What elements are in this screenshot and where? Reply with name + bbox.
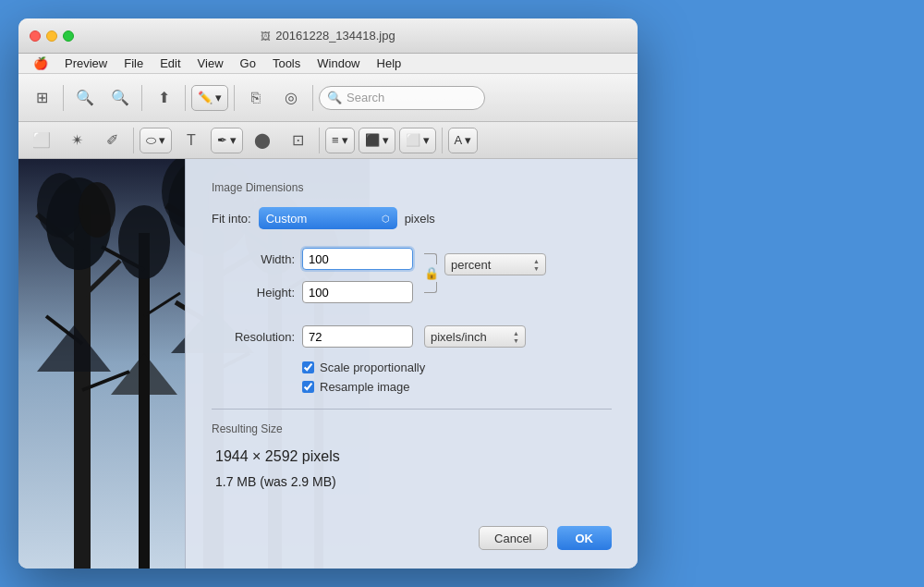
mac-window: 🖼 20161228_134418.jpg 🍎 Preview File Edi…: [18, 18, 638, 569]
zoom-in-button[interactable]: 🔍: [104, 82, 136, 114]
scale-proportionally-row: Scale proportionally: [212, 361, 612, 374]
resolution-unit-value: pixels/inch: [431, 330, 487, 344]
height-input[interactable]: [302, 281, 413, 303]
percent-unit-dropdown[interactable]: percent ▲ ▼: [444, 253, 546, 275]
resample-image-row: Resample image: [212, 380, 612, 394]
menu-go[interactable]: Go: [233, 55, 263, 71]
shapes-icon: ⬭: [146, 133, 156, 148]
maximize-button[interactable]: [63, 31, 74, 42]
resolution-input[interactable]: [302, 325, 413, 348]
svg-point-20: [37, 173, 83, 238]
lock-icon[interactable]: 🔒: [424, 266, 439, 280]
sketch-tool-button[interactable]: ✐: [96, 125, 128, 156]
resolution-arrow-up-icon: ▲: [513, 330, 519, 336]
wand-tool-button[interactable]: ✴: [61, 125, 92, 156]
adjust-button[interactable]: ⬤: [247, 125, 278, 156]
resolution-unit-dropdown[interactable]: pixels/inch ▲ ▼: [424, 325, 526, 348]
align-dropdown[interactable]: ≡ ▾: [325, 128, 355, 153]
title-bar: 🖼 20161228_134418.jpg: [18, 18, 638, 54]
percent-unit-arrow: ▲ ▼: [533, 258, 540, 272]
color-icon: ⬜: [406, 133, 420, 147]
menu-help[interactable]: Help: [370, 55, 409, 71]
resolution-label: Resolution:: [212, 330, 295, 344]
toolbar-primary: ⊞ 🔍 🔍 ⬆ ✏️ ▾ ⎘ ◎ 🔍 Search: [18, 74, 638, 122]
fit-into-value: Custom: [266, 212, 308, 226]
toolbar-divider-4: [234, 85, 235, 111]
width-label: Width:: [212, 252, 295, 266]
resolution-arrow-down-icon: ▼: [513, 337, 519, 344]
menu-bar: 🍎 Preview File Edit View Go Tools Window…: [18, 54, 638, 74]
menu-view[interactable]: View: [190, 55, 231, 71]
font-arrow: ▾: [465, 133, 471, 147]
search-placeholder: Search: [346, 91, 384, 104]
ok-button[interactable]: OK: [557, 526, 613, 550]
signature-icon: ✒: [217, 133, 227, 147]
resample-image-label: Resample image: [320, 380, 410, 394]
dialog-section-title: Image Dimensions: [212, 181, 612, 194]
color-arrow: ▾: [423, 133, 430, 147]
image-dimensions-dialog: Image Dimensions Fit into: Custom ⬡ pixe…: [185, 159, 638, 569]
fit-into-dropdown[interactable]: Custom ⬡: [259, 207, 397, 229]
toolbar-divider-5: [312, 85, 313, 111]
toolbar-divider-6: [133, 128, 134, 153]
toolbar-divider-7: [319, 128, 320, 153]
font-dropdown[interactable]: A ▾: [448, 128, 479, 153]
fit-into-row: Fit into: Custom ⬡ pixels: [212, 207, 612, 229]
svg-point-25: [118, 205, 170, 279]
content-area: Image Dimensions Fit into: Custom ⬡ pixe…: [18, 159, 638, 569]
border-arrow: ▾: [383, 133, 389, 147]
scale-proportionally-checkbox[interactable]: [302, 361, 314, 373]
copy-button[interactable]: ⎘: [240, 82, 272, 114]
signature-dropdown[interactable]: ✒ ▾: [211, 128, 243, 153]
menu-edit[interactable]: Edit: [152, 55, 188, 71]
share-button[interactable]: ⬆: [148, 82, 179, 114]
text-tool-button[interactable]: T: [176, 125, 207, 156]
menu-file[interactable]: File: [116, 55, 151, 71]
section-divider: [212, 409, 612, 410]
close-button[interactable]: [30, 31, 41, 42]
menu-apple[interactable]: 🍎: [26, 55, 55, 71]
resolution-row: Resolution:: [212, 325, 413, 348]
menu-window[interactable]: Window: [310, 55, 367, 71]
sidebar-toggle-button[interactable]: ⊞: [26, 82, 57, 114]
window-title: 🖼 20161228_134418.jpg: [261, 29, 395, 43]
markup-dropdown-arrow: ▾: [215, 91, 222, 104]
svg-point-21: [79, 182, 116, 238]
cancel-button[interactable]: Cancel: [479, 526, 547, 550]
width-input[interactable]: [302, 248, 413, 270]
pixels-label: pixels: [405, 212, 435, 226]
fit-label: Fit into:: [212, 212, 251, 226]
border-dropdown[interactable]: ⬛ ▾: [359, 128, 395, 153]
shapes-dropdown[interactable]: ⬭ ▾: [140, 128, 172, 153]
resample-image-checkbox[interactable]: [302, 381, 314, 393]
resolution-unit-arrow: ▲ ▼: [513, 330, 519, 344]
color-dropdown[interactable]: ⬜ ▾: [399, 128, 436, 153]
markup-dropdown[interactable]: ✏️ ▾: [191, 85, 228, 111]
font-icon: A: [455, 133, 463, 147]
height-label: Height:: [212, 286, 295, 300]
border-icon: ⬛: [365, 133, 380, 147]
result-filesize: 1.7 MB (was 2.9 MB): [212, 474, 612, 489]
arrow-up-icon: ▲: [533, 258, 540, 264]
toolbar-secondary: ⬜ ✴ ✐ ⬭ ▾ T ✒ ▾ ⬤ ⊡ ≡ ▾ ⬛ ▾ ⬜ ▾ A ▾: [18, 122, 638, 159]
pencil-icon: ✏️: [198, 91, 213, 104]
menu-preview[interactable]: Preview: [57, 55, 115, 71]
align-arrow: ▾: [342, 133, 348, 147]
traffic-lights: [30, 31, 74, 42]
zoom-out-button[interactable]: 🔍: [69, 82, 101, 114]
toolbar-divider-1: [63, 85, 64, 111]
menu-tools[interactable]: Tools: [265, 55, 308, 71]
align-icon: ≡: [332, 133, 339, 147]
resulting-size-title: Resulting Size: [212, 422, 612, 435]
crop-button[interactable]: ⊡: [282, 125, 313, 156]
location-button[interactable]: ◎: [275, 82, 307, 114]
minimize-button[interactable]: [46, 31, 57, 42]
fit-dropdown-arrow-icon: ⬡: [382, 214, 390, 224]
result-dimensions: 1944 × 2592 pixels: [212, 448, 612, 465]
width-row: Width:: [212, 248, 413, 270]
signature-arrow: ▾: [230, 133, 237, 147]
selection-tool-button[interactable]: ⬜: [26, 125, 57, 156]
search-icon: 🔍: [327, 91, 342, 104]
height-row: Height:: [212, 281, 413, 303]
search-box[interactable]: 🔍 Search: [319, 86, 485, 110]
